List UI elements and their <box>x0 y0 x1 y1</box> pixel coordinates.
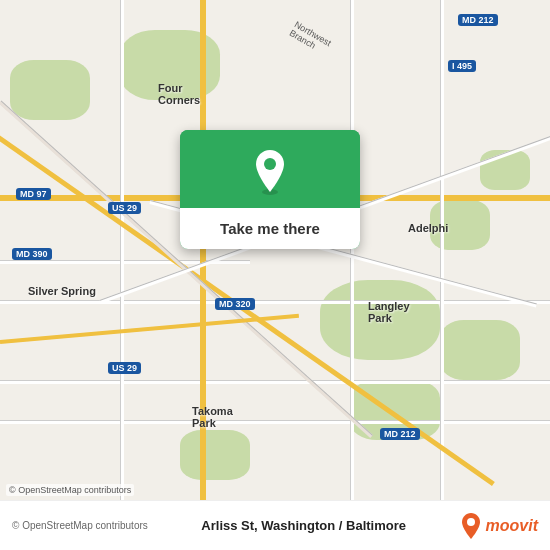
place-langley-park: LangleyPark <box>368 300 410 324</box>
road-v1 <box>120 0 124 550</box>
place-adelphi: Adelphi <box>408 222 448 234</box>
road-v4 <box>440 0 444 550</box>
moovit-logo: moovit <box>460 512 538 540</box>
map-copyright: © OpenStreetMap contributors <box>6 484 134 496</box>
location-pin-icon <box>250 148 290 196</box>
popup-card: Take me there <box>180 130 360 249</box>
badge-i495: I 495 <box>448 60 476 72</box>
map-container: FourCorners Silver Spring Adelphi Langle… <box>0 0 550 550</box>
take-me-there-button[interactable]: Take me there <box>180 208 360 249</box>
badge-md320: MD 320 <box>215 298 255 310</box>
road-h3 <box>0 380 550 384</box>
badge-md212-bot: MD 212 <box>380 428 420 440</box>
badge-md212-top: MD 212 <box>458 14 498 26</box>
badge-us29-bot: US 29 <box>108 362 141 374</box>
road-h2 <box>0 300 550 304</box>
svg-point-2 <box>467 518 475 526</box>
svg-point-1 <box>264 158 276 170</box>
road-v3 <box>350 0 354 550</box>
moovit-brand-text: moovit <box>486 517 538 535</box>
location-text: Arliss St, Washington / Baltimore <box>148 518 460 533</box>
road-v2 <box>200 0 206 550</box>
place-silver-spring: Silver Spring <box>28 285 96 297</box>
place-four-corners: FourCorners <box>158 82 200 106</box>
bottom-bar: © OpenStreetMap contributors Arliss St, … <box>0 500 550 550</box>
attribution-text: © OpenStreetMap contributors <box>12 520 148 531</box>
place-takoma-park: TakomaPark <box>192 405 233 429</box>
park-area-2 <box>10 60 90 120</box>
badge-md97: MD 97 <box>16 188 51 200</box>
moovit-pin-icon <box>460 512 482 540</box>
road-h4 <box>0 420 550 424</box>
badge-us29-top: US 29 <box>108 202 141 214</box>
popup-icon-area <box>180 130 360 208</box>
badge-md390: MD 390 <box>12 248 52 260</box>
park-area-8 <box>180 430 250 480</box>
park-area-5 <box>440 320 520 380</box>
